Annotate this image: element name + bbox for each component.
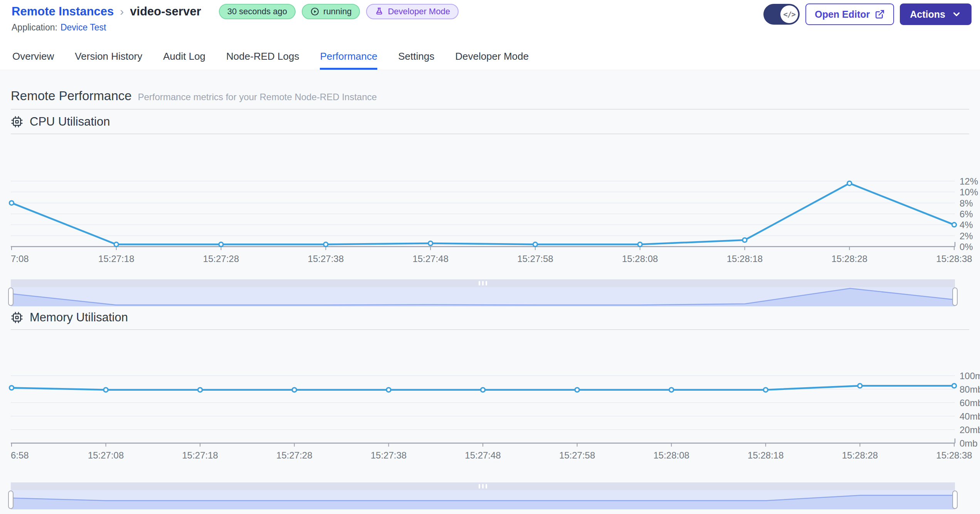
cpu-zoom-preview	[11, 287, 955, 306]
memory-section-header: Memory Utilisation	[11, 311, 128, 324]
actions-button[interactable]: Actions	[900, 3, 972, 25]
tab-audit-log[interactable]: Audit Log	[163, 43, 205, 70]
memory-zoom-preview	[11, 490, 955, 509]
page-title: Remote Performance	[11, 89, 132, 103]
svg-text:6:58: 6:58	[11, 450, 29, 460]
cpu-chip-icon	[11, 116, 23, 128]
svg-text:15:27:38: 15:27:38	[308, 254, 344, 264]
application-row: Application:Device Test	[12, 22, 106, 33]
svg-text:15:27:58: 15:27:58	[559, 450, 595, 460]
svg-text:12%: 12%	[960, 176, 978, 186]
tab-settings[interactable]: Settings	[398, 43, 434, 70]
actions-label: Actions	[910, 9, 945, 20]
instance-performance-page: Remote Instances › video-server 30 secon…	[0, 0, 980, 514]
cpu-section-title: CPU Utilisation	[30, 115, 110, 129]
svg-text:100mb: 100mb	[960, 371, 980, 381]
open-editor-button[interactable]: Open Editor	[805, 3, 894, 25]
external-link-icon	[875, 9, 885, 19]
svg-text:7:08: 7:08	[11, 254, 29, 264]
instance-name: video-server	[130, 5, 201, 18]
svg-text:4%: 4%	[960, 220, 973, 230]
developer-mode-toggle[interactable]: </>	[763, 4, 800, 25]
svg-text:0mb: 0mb	[960, 438, 978, 448]
svg-text:8%: 8%	[960, 198, 973, 208]
svg-text:15:27:08: 15:27:08	[88, 450, 124, 460]
last-seen-badge: 30 seconds ago	[219, 4, 296, 19]
status-badges: 30 seconds ago running Developer Mode	[219, 4, 459, 19]
memory-zoom-track[interactable]	[11, 490, 955, 509]
svg-text:15:27:18: 15:27:18	[98, 254, 134, 264]
svg-text:6%: 6%	[960, 209, 973, 219]
memory-zoom-left-handle[interactable]	[8, 490, 13, 509]
cpu-zoom-right-handle[interactable]	[952, 287, 958, 306]
svg-text:15:28:18: 15:28:18	[727, 254, 763, 264]
chevron-down-icon	[951, 9, 962, 19]
svg-text:10%: 10%	[960, 187, 978, 197]
tab-node-red-logs[interactable]: Node-RED Logs	[226, 43, 299, 70]
running-label: running	[323, 7, 351, 17]
cpu-zoom-track[interactable]	[11, 287, 955, 306]
svg-text:60mb: 60mb	[960, 398, 980, 408]
memory-utilisation-chart: 0mb20mb40mb60mb80mb100mb6:5815:27:0815:2…	[11, 332, 980, 463]
svg-text:15:28:28: 15:28:28	[842, 450, 878, 460]
svg-text:15:28:28: 15:28:28	[832, 254, 867, 264]
memory-section-title: Memory Utilisation	[30, 311, 128, 324]
svg-text:15:28:38: 15:28:38	[936, 254, 972, 264]
svg-text:80mb: 80mb	[960, 384, 980, 395]
svg-text:20mb: 20mb	[960, 425, 980, 435]
svg-text:2%: 2%	[960, 231, 973, 241]
breadcrumb: Remote Instances › video-server 30 secon…	[12, 4, 459, 19]
application-label: Application:	[12, 22, 57, 32]
cpu-section-header: CPU Utilisation	[11, 115, 110, 129]
svg-text:15:28:18: 15:28:18	[748, 450, 783, 460]
breadcrumb-separator: ›	[120, 5, 124, 18]
flask-icon	[375, 7, 384, 16]
developer-mode-label: Developer Mode	[388, 7, 450, 17]
svg-text:15:27:38: 15:27:38	[371, 450, 407, 460]
divider	[11, 329, 969, 330]
last-seen-label: 30 seconds ago	[227, 7, 287, 17]
cpu-chart-zoom-slider	[11, 279, 955, 306]
tab-version-history[interactable]: Version History	[75, 43, 142, 70]
svg-text:15:28:38: 15:28:38	[936, 450, 972, 460]
tab-developer-mode[interactable]: Developer Mode	[455, 43, 529, 70]
svg-text:15:28:08: 15:28:08	[622, 254, 658, 264]
play-circle-icon	[310, 7, 319, 16]
memory-chart-zoom-slider	[11, 482, 955, 509]
svg-text:15:27:48: 15:27:48	[412, 254, 448, 264]
cpu-zoom-move-handle[interactable]	[11, 279, 955, 287]
open-editor-label: Open Editor	[815, 9, 870, 20]
tab-overview[interactable]: Overview	[12, 43, 54, 70]
memory-zoom-right-handle[interactable]	[952, 490, 958, 509]
tab-performance[interactable]: Performance	[320, 43, 377, 70]
instance-tabs: Overview Version History Audit Log Node-…	[0, 43, 980, 70]
breadcrumb-remote-instances-link[interactable]: Remote Instances	[12, 5, 114, 18]
running-status-badge: running	[302, 4, 360, 19]
developer-mode-badge: Developer Mode	[366, 4, 458, 19]
cpu-zoom-left-handle[interactable]	[8, 287, 13, 306]
code-icon: </>	[780, 5, 798, 23]
svg-text:40mb: 40mb	[960, 411, 980, 422]
application-link[interactable]: Device Test	[61, 22, 106, 32]
memory-chip-icon	[11, 311, 23, 324]
svg-text:15:27:48: 15:27:48	[465, 450, 501, 460]
svg-text:15:28:08: 15:28:08	[653, 450, 689, 460]
divider	[11, 109, 969, 109]
svg-text:0%: 0%	[960, 242, 973, 252]
svg-text:15:27:28: 15:27:28	[203, 254, 239, 264]
memory-zoom-move-handle[interactable]	[11, 482, 955, 490]
svg-text:15:27:28: 15:27:28	[276, 450, 312, 460]
performance-panel: Remote Performance Performance metrics f…	[0, 70, 980, 514]
svg-text:15:27:58: 15:27:58	[517, 254, 553, 264]
header-controls: </> Open Editor Actions	[763, 3, 972, 25]
svg-text:15:27:18: 15:27:18	[182, 450, 218, 460]
page-subtitle: Performance metrics for your Remote Node…	[138, 92, 377, 102]
divider	[11, 134, 969, 134]
cpu-utilisation-chart: 0%2%4%6%8%10%12%7:0815:27:1815:27:2815:2…	[11, 136, 980, 267]
